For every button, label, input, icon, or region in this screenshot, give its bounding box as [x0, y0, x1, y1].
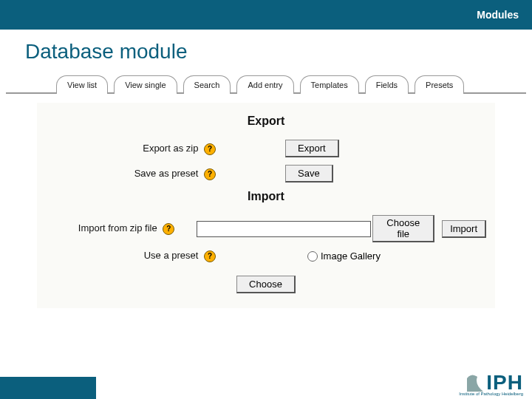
content-panel: Export Export as zip ? Export Save as pr… [37, 103, 495, 308]
footer: IPH Institute of Pathology Heidelberg [0, 366, 532, 399]
radio-icon [307, 251, 318, 262]
file-input[interactable] [197, 221, 371, 237]
choose-button[interactable]: Choose [236, 276, 296, 293]
help-icon[interactable]: ? [204, 143, 216, 155]
tab-view-list[interactable]: View list [56, 75, 108, 94]
footer-accent [0, 377, 96, 399]
row-import-zip: Import from zip file ? Choose file Impor… [46, 215, 486, 242]
logo-icon [467, 369, 483, 395]
export-button[interactable]: Export [285, 140, 339, 157]
tab-view-single[interactable]: View single [114, 75, 177, 94]
export-zip-label: Export as zip [143, 143, 198, 154]
tab-search[interactable]: Search [183, 75, 231, 94]
save-preset-label: Save as preset [134, 168, 199, 179]
header-bar: Modules [0, 0, 532, 30]
row-use-preset: Use a preset ? Image Gallery [46, 250, 486, 262]
logo: IPH Institute of Pathology Heidelberg [467, 369, 523, 395]
import-zip-label: Import from zip file [78, 222, 157, 233]
tab-templates[interactable]: Templates [300, 75, 359, 94]
choose-file-button[interactable]: Choose file [372, 215, 434, 242]
row-save-preset: Save as preset ? Save [46, 165, 486, 183]
save-button[interactable]: Save [285, 165, 333, 183]
tab-fields[interactable]: Fields [365, 75, 409, 94]
export-heading: Export [46, 115, 486, 128]
help-icon[interactable]: ? [204, 250, 216, 262]
import-heading: Import [46, 190, 486, 203]
help-icon[interactable]: ? [163, 223, 174, 235]
help-icon[interactable]: ? [204, 168, 216, 180]
preset-option-label: Image Gallery [321, 250, 381, 262]
tab-presets[interactable]: Presets [415, 75, 464, 94]
logo-subtext: Institute of Pathology Heidelberg [459, 392, 523, 396]
header-section-label: Modules [477, 9, 519, 21]
import-button[interactable]: Import [442, 220, 486, 238]
tab-add-entry[interactable]: Add entry [236, 75, 293, 94]
page-title: Database module [0, 30, 532, 74]
preset-radio-option[interactable]: Image Gallery [285, 250, 381, 262]
use-preset-label: Use a preset [144, 250, 199, 261]
row-export-zip: Export as zip ? Export [46, 140, 486, 157]
tabs-container: View list View single Search Add entry T… [6, 74, 526, 94]
